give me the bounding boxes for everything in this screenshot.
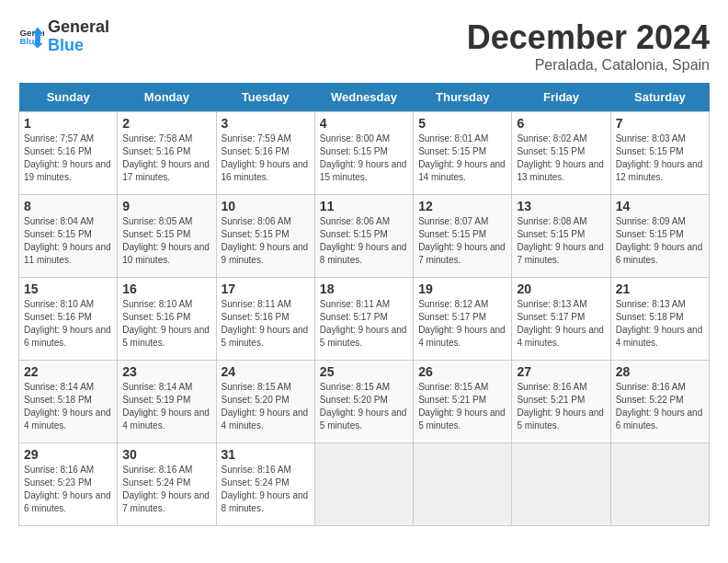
day-info: Sunrise: 8:13 AM Sunset: 5:18 PM Dayligh… [616, 298, 704, 350]
table-row: 30 Sunrise: 8:16 AM Sunset: 5:24 PM Dayl… [118, 443, 216, 526]
table-row: 19 Sunrise: 8:12 AM Sunset: 5:17 PM Dayl… [414, 278, 512, 361]
table-row: 9 Sunrise: 8:05 AM Sunset: 5:15 PM Dayli… [118, 195, 216, 278]
day-number: 30 [122, 447, 210, 462]
calendar-row: 8 Sunrise: 8:04 AM Sunset: 5:15 PM Dayli… [19, 195, 710, 278]
day-number: 26 [418, 364, 506, 379]
table-row: 3 Sunrise: 7:59 AM Sunset: 5:16 PM Dayli… [216, 112, 314, 195]
col-sunday: Sunday [19, 83, 118, 112]
table-row: 10 Sunrise: 8:06 AM Sunset: 5:15 PM Dayl… [216, 195, 314, 278]
day-info: Sunrise: 8:09 AM Sunset: 5:15 PM Dayligh… [616, 215, 704, 267]
table-row [414, 443, 512, 526]
day-number: 29 [24, 447, 112, 462]
day-info: Sunrise: 8:15 AM Sunset: 5:20 PM Dayligh… [320, 381, 408, 432]
day-info: Sunrise: 8:15 AM Sunset: 5:21 PM Dayligh… [418, 381, 506, 432]
day-number: 22 [24, 364, 112, 379]
calendar-row: 22 Sunrise: 8:14 AM Sunset: 5:18 PM Dayl… [19, 361, 710, 443]
calendar-row: 1 Sunrise: 7:57 AM Sunset: 5:16 PM Dayli… [19, 112, 710, 195]
calendar-row: 15 Sunrise: 8:10 AM Sunset: 5:16 PM Dayl… [19, 278, 710, 361]
logo: General Blue General Blue [18, 18, 109, 55]
table-row: 26 Sunrise: 8:15 AM Sunset: 5:21 PM Dayl… [414, 361, 512, 443]
table-row: 29 Sunrise: 8:16 AM Sunset: 5:23 PM Dayl… [19, 443, 118, 526]
day-number: 10 [222, 199, 310, 213]
day-number: 28 [616, 364, 704, 379]
day-info: Sunrise: 8:06 AM Sunset: 5:15 PM Dayligh… [320, 215, 408, 267]
day-info: Sunrise: 8:10 AM Sunset: 5:16 PM Dayligh… [122, 298, 210, 350]
day-number: 12 [418, 199, 506, 213]
day-number: 19 [418, 282, 506, 296]
month-title: December 2024 [467, 18, 710, 57]
col-saturday: Saturday [610, 83, 709, 112]
day-info: Sunrise: 8:08 AM Sunset: 5:15 PM Dayligh… [517, 215, 605, 267]
calendar-table: Sunday Monday Tuesday Wednesday Thursday… [18, 83, 710, 526]
col-friday: Friday [512, 83, 610, 112]
day-info: Sunrise: 8:16 AM Sunset: 5:22 PM Dayligh… [616, 381, 704, 432]
day-info: Sunrise: 7:58 AM Sunset: 5:16 PM Dayligh… [122, 132, 210, 184]
day-info: Sunrise: 8:16 AM Sunset: 5:24 PM Dayligh… [222, 464, 310, 515]
day-info: Sunrise: 8:16 AM Sunset: 5:23 PM Dayligh… [24, 464, 112, 515]
calendar-header-row: Sunday Monday Tuesday Wednesday Thursday… [19, 83, 710, 112]
calendar-row: 29 Sunrise: 8:16 AM Sunset: 5:23 PM Dayl… [19, 443, 710, 526]
table-row [314, 443, 413, 526]
header: General Blue General Blue December 2024 … [18, 18, 710, 74]
day-info: Sunrise: 8:00 AM Sunset: 5:15 PM Dayligh… [320, 132, 408, 184]
day-number: 18 [320, 282, 408, 296]
day-number: 2 [122, 116, 210, 131]
col-wednesday: Wednesday [314, 83, 413, 112]
day-info: Sunrise: 8:01 AM Sunset: 5:15 PM Dayligh… [418, 132, 506, 184]
table-row: 1 Sunrise: 7:57 AM Sunset: 5:16 PM Dayli… [19, 112, 118, 195]
day-number: 23 [122, 364, 210, 379]
table-row: 20 Sunrise: 8:13 AM Sunset: 5:17 PM Dayl… [512, 278, 610, 361]
day-info: Sunrise: 8:13 AM Sunset: 5:17 PM Dayligh… [517, 298, 605, 350]
table-row: 23 Sunrise: 8:14 AM Sunset: 5:19 PM Dayl… [118, 361, 216, 443]
day-info: Sunrise: 8:07 AM Sunset: 5:15 PM Dayligh… [418, 215, 506, 267]
title-area: December 2024 Peralada, Catalonia, Spain [467, 18, 710, 74]
table-row [610, 443, 709, 526]
day-number: 9 [122, 199, 210, 213]
day-info: Sunrise: 8:02 AM Sunset: 5:15 PM Dayligh… [517, 132, 605, 184]
table-row: 15 Sunrise: 8:10 AM Sunset: 5:16 PM Dayl… [19, 278, 118, 361]
table-row: 16 Sunrise: 8:10 AM Sunset: 5:16 PM Dayl… [118, 278, 216, 361]
day-info: Sunrise: 8:16 AM Sunset: 5:21 PM Dayligh… [517, 381, 605, 432]
day-info: Sunrise: 8:14 AM Sunset: 5:18 PM Dayligh… [24, 381, 112, 432]
table-row: 2 Sunrise: 7:58 AM Sunset: 5:16 PM Dayli… [118, 112, 216, 195]
table-row: 18 Sunrise: 8:11 AM Sunset: 5:17 PM Dayl… [314, 278, 413, 361]
day-info: Sunrise: 8:12 AM Sunset: 5:17 PM Dayligh… [418, 298, 506, 350]
day-info: Sunrise: 8:04 AM Sunset: 5:15 PM Dayligh… [24, 215, 112, 267]
day-info: Sunrise: 8:03 AM Sunset: 5:15 PM Dayligh… [616, 132, 704, 184]
day-number: 17 [222, 282, 310, 296]
table-row: 5 Sunrise: 8:01 AM Sunset: 5:15 PM Dayli… [414, 112, 512, 195]
day-info: Sunrise: 8:14 AM Sunset: 5:19 PM Dayligh… [122, 381, 210, 432]
table-row [512, 443, 610, 526]
day-number: 25 [320, 364, 408, 379]
table-row: 13 Sunrise: 8:08 AM Sunset: 5:15 PM Dayl… [512, 195, 610, 278]
day-number: 15 [24, 282, 112, 296]
day-number: 16 [122, 282, 210, 296]
day-number: 3 [222, 116, 310, 131]
day-info: Sunrise: 7:57 AM Sunset: 5:16 PM Dayligh… [24, 132, 112, 184]
day-number: 20 [517, 282, 605, 296]
table-row: 12 Sunrise: 8:07 AM Sunset: 5:15 PM Dayl… [414, 195, 512, 278]
day-number: 11 [320, 199, 408, 213]
table-row: 21 Sunrise: 8:13 AM Sunset: 5:18 PM Dayl… [610, 278, 709, 361]
day-info: Sunrise: 8:16 AM Sunset: 5:24 PM Dayligh… [122, 464, 210, 515]
table-row: 31 Sunrise: 8:16 AM Sunset: 5:24 PM Dayl… [216, 443, 314, 526]
table-row: 8 Sunrise: 8:04 AM Sunset: 5:15 PM Dayli… [19, 195, 118, 278]
day-info: Sunrise: 8:15 AM Sunset: 5:20 PM Dayligh… [222, 381, 310, 432]
table-row: 24 Sunrise: 8:15 AM Sunset: 5:20 PM Dayl… [216, 361, 314, 443]
day-info: Sunrise: 8:06 AM Sunset: 5:15 PM Dayligh… [222, 215, 310, 267]
col-thursday: Thursday [414, 83, 512, 112]
day-info: Sunrise: 7:59 AM Sunset: 5:16 PM Dayligh… [222, 132, 310, 184]
table-row: 28 Sunrise: 8:16 AM Sunset: 5:22 PM Dayl… [610, 361, 709, 443]
table-row: 17 Sunrise: 8:11 AM Sunset: 5:16 PM Dayl… [216, 278, 314, 361]
day-number: 8 [24, 199, 112, 213]
table-row: 4 Sunrise: 8:00 AM Sunset: 5:15 PM Dayli… [314, 112, 413, 195]
day-number: 13 [517, 199, 605, 213]
day-number: 21 [616, 282, 704, 296]
day-number: 6 [517, 116, 605, 131]
location-title: Peralada, Catalonia, Spain [467, 57, 710, 74]
day-number: 1 [24, 116, 112, 131]
table-row: 22 Sunrise: 8:14 AM Sunset: 5:18 PM Dayl… [19, 361, 118, 443]
logo-icon: General Blue [18, 24, 44, 50]
day-number: 14 [616, 199, 704, 213]
day-number: 4 [320, 116, 408, 131]
